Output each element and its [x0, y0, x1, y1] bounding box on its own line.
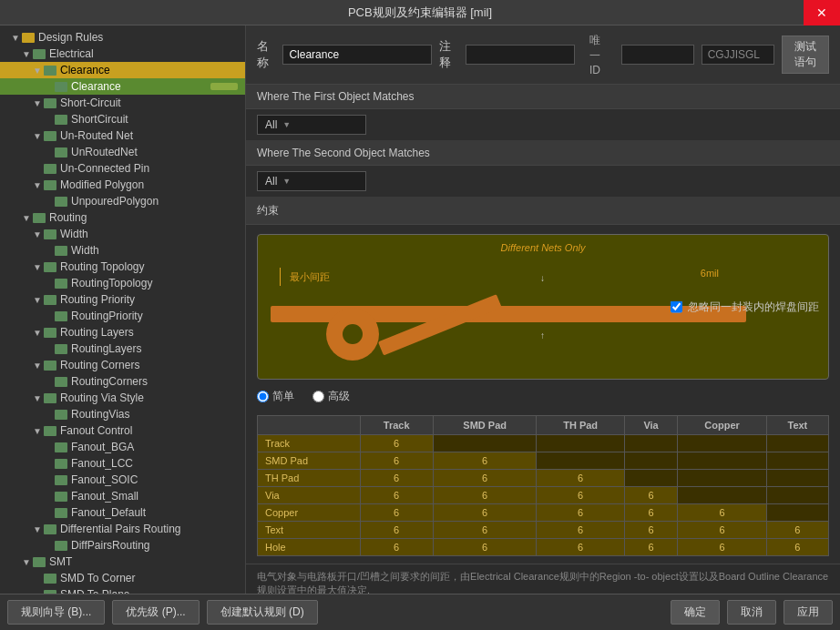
tree-item-diff-pairs[interactable]: DiffPairsRouting	[0, 537, 245, 554]
arrow-icon: ▼	[11, 33, 22, 43]
tree-item-routing-corners-group[interactable]: ▼ Routing Corners	[0, 357, 245, 373]
test-button[interactable]: 测试语句	[782, 36, 829, 74]
comment-input[interactable]	[466, 45, 575, 65]
tree-label: Un-Routed Net	[60, 129, 133, 142]
tree-item-routing-layers-group[interactable]: ▼ Routing Layers	[0, 324, 245, 340]
cell[interactable]: 6	[433, 487, 537, 504]
apply-button[interactable]: 应用	[784, 600, 833, 625]
cell[interactable]: 6	[433, 504, 537, 522]
tree-label: RoutingPriority	[71, 310, 143, 322]
tree-label: Design Rules	[38, 31, 103, 44]
cell[interactable]: 6	[360, 539, 433, 556]
tree-item-fanout-lcc[interactable]: Fanout_LCC	[0, 455, 245, 472]
cell[interactable]: 6	[433, 539, 537, 556]
row-label-smd: SMD Pad	[258, 452, 361, 470]
cell[interactable]: 6	[624, 504, 677, 522]
tree-item-diff-pairs-group[interactable]: ▼ Differential Pairs Routing	[0, 521, 245, 537]
cell[interactable]: 6	[624, 487, 677, 504]
close-button[interactable]: ✕	[804, 0, 840, 25]
name-input[interactable]	[282, 45, 432, 65]
tree-item-unrouted-group[interactable]: ▼ Un-Routed Net	[0, 127, 245, 144]
tree-item-routing-corners[interactable]: RoutingCorners	[0, 373, 245, 390]
cell[interactable]: 6	[360, 435, 433, 452]
tree-item-design-rules[interactable]: ▼ Design Rules	[0, 29, 245, 46]
tree-item-fanout-group[interactable]: ▼ Fanout Control	[0, 422, 245, 439]
tree-label: RoutingVias	[71, 408, 130, 421]
cancel-button[interactable]: 取消	[727, 600, 776, 625]
ignore-pad-checkbox[interactable]	[671, 301, 682, 313]
tree-item-modified-polygon-group[interactable]: ▼ Modified Polygon	[0, 177, 245, 193]
tree-item-routing-topology-group[interactable]: ▼ Routing Topology	[0, 259, 245, 275]
cell[interactable]: 6	[766, 539, 828, 556]
cell[interactable]: 6	[678, 504, 766, 522]
radio-simple[interactable]: 简单	[257, 389, 294, 404]
rule-header: 名称 注释 唯一ID 测试语句	[246, 25, 840, 85]
priority-button[interactable]: 优先级 (P)...	[112, 600, 199, 625]
rule-icon	[55, 492, 67, 502]
folder-icon	[44, 328, 56, 338]
cell[interactable]: 6	[766, 522, 828, 539]
radio-advanced-input[interactable]	[312, 391, 324, 402]
tree-item-unconnected-pin[interactable]: Un-Connected Pin	[0, 160, 245, 177]
bottom-bar: 规则向导 (B)... 优先级 (P)... 创建默认规则 (D) 确定 取消 …	[0, 594, 840, 630]
cell[interactable]: 6	[678, 522, 766, 539]
tree-item-clearance-group[interactable]: ▼ Clearance	[0, 62, 245, 78]
cell[interactable]: 6	[537, 504, 624, 522]
ok-button[interactable]: 确定	[671, 600, 720, 625]
cell-empty	[678, 487, 766, 504]
uid-input[interactable]	[621, 45, 694, 65]
tree-item-unrouted[interactable]: UnRoutedNet	[0, 144, 245, 160]
tree-item-electrical[interactable]: ▼ Electrical	[0, 46, 245, 62]
tree-item-smd-plane[interactable]: SMD To Plane	[0, 586, 245, 594]
cell[interactable]: 6	[360, 470, 433, 487]
tree-item-fanout-default[interactable]: Fanout_Default	[0, 504, 245, 521]
tree-item-routing[interactable]: ▼ Routing	[0, 209, 245, 226]
radio-advanced[interactable]: 高级	[312, 389, 350, 404]
cell[interactable]: 6	[433, 522, 537, 539]
tree-item-width-group[interactable]: ▼ Width	[0, 226, 245, 242]
cell[interactable]: 6	[678, 539, 766, 556]
guide-button[interactable]: 规则向导 (B)...	[7, 600, 105, 625]
radio-simple-input[interactable]	[257, 391, 269, 402]
cell[interactable]: 6	[360, 487, 433, 504]
tree-item-clearance[interactable]: Clearance	[0, 78, 245, 95]
second-match-dropdown[interactable]: All	[257, 171, 366, 191]
tree-item-short-circuit-group[interactable]: ▼ Short-Circuit	[0, 95, 245, 111]
cell[interactable]: 6	[537, 522, 624, 539]
tree-item-routing-priority[interactable]: RoutingPriority	[0, 308, 245, 324]
tree-item-unpoured-polygon[interactable]: UnpouredPolygon	[0, 193, 245, 209]
cell[interactable]: 6	[433, 452, 537, 470]
tree-item-fanout-soic[interactable]: Fanout_SOIC	[0, 472, 245, 488]
cell[interactable]: 6	[537, 487, 624, 504]
cell[interactable]: 6	[360, 504, 433, 522]
tree-item-routing-via-style-group[interactable]: ▼ Routing Via Style	[0, 390, 245, 406]
tree-item-width[interactable]: Width	[0, 242, 245, 259]
cell[interactable]: 6	[537, 470, 624, 487]
tree-label: UnRoutedNet	[71, 146, 138, 158]
tree-item-routing-layers[interactable]: RoutingLayers	[0, 340, 245, 357]
min-gap-area: 最小间距	[280, 268, 330, 286]
cell[interactable]: 6	[360, 522, 433, 539]
tree-label: SMD To Plane	[60, 588, 129, 594]
default-rules-button[interactable]: 创建默认规则 (D)	[207, 600, 318, 625]
cell[interactable]: 6	[433, 470, 537, 487]
tree-item-routing-vias[interactable]: RoutingVias	[0, 406, 245, 422]
cell[interactable]: 6	[624, 522, 677, 539]
first-match-dropdown[interactable]: All	[257, 115, 366, 135]
cell[interactable]: 6	[360, 452, 433, 470]
folder-icon	[44, 361, 56, 371]
cell[interactable]: 6	[624, 539, 677, 556]
tree-item-fanout-small[interactable]: Fanout_Small	[0, 488, 245, 504]
tree-item-routing-priority-group[interactable]: ▼ Routing Priority	[0, 291, 245, 308]
tree-item-routing-topology[interactable]: RoutingTopology	[0, 275, 245, 291]
tree-label: Fanout_LCC	[71, 457, 133, 470]
uid2-input[interactable]	[702, 45, 774, 65]
tree-item-fanout-bga[interactable]: Fanout_BGA	[0, 439, 245, 455]
rule-icon	[55, 541, 67, 551]
tree-label: Fanout Control	[60, 424, 132, 437]
cell[interactable]: 6	[537, 539, 624, 556]
tree-item-smd-corner[interactable]: SMD To Corner	[0, 570, 245, 586]
tree-item-smt[interactable]: ▼ SMT	[0, 554, 245, 570]
cell-empty	[766, 487, 828, 504]
tree-item-short-circuit[interactable]: ShortCircuit	[0, 111, 245, 127]
